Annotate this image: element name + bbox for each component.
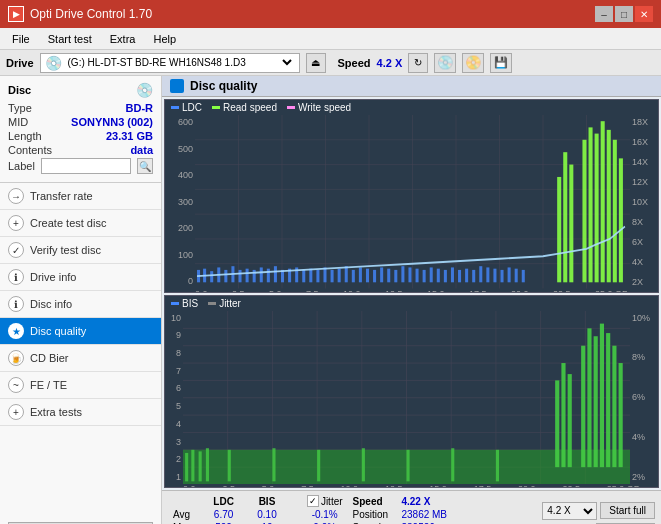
jitter-legend-dot bbox=[208, 302, 216, 305]
y-right-18x: 18X bbox=[632, 117, 656, 127]
x-top-2.5: 2.5 bbox=[232, 289, 245, 293]
extra-tests-icon: + bbox=[8, 404, 24, 420]
nav-extra-tests[interactable]: + Extra tests bbox=[0, 399, 161, 426]
nav-fe-te[interactable]: ~ FE / TE bbox=[0, 372, 161, 399]
read-speed-legend-dot bbox=[212, 106, 220, 109]
close-button[interactable]: ✕ bbox=[635, 6, 653, 22]
nav-disc-quality[interactable]: ★ Disc quality bbox=[0, 318, 161, 345]
y-right-8x: 8X bbox=[632, 217, 656, 227]
nav-cd-bier[interactable]: 🍺 CD Bier bbox=[0, 345, 161, 372]
y-top-200: 200 bbox=[167, 223, 193, 233]
stats-table: LDC BIS ✓ Jitter Speed 4.22 X A bbox=[168, 494, 452, 524]
save-button[interactable]: 💾 bbox=[490, 53, 512, 73]
write-speed-legend-dot bbox=[287, 106, 295, 109]
y-top-300: 300 bbox=[167, 197, 193, 207]
menu-start-test[interactable]: Start test bbox=[40, 31, 100, 47]
svg-rect-94 bbox=[206, 448, 209, 481]
svg-rect-46 bbox=[416, 269, 419, 283]
maximize-button[interactable]: □ bbox=[615, 6, 633, 22]
svg-rect-55 bbox=[479, 266, 482, 282]
svg-rect-60 bbox=[515, 269, 518, 283]
disc-button2[interactable]: 📀 bbox=[462, 53, 484, 73]
svg-rect-59 bbox=[508, 267, 511, 282]
jitter-legend-label: Jitter bbox=[219, 298, 241, 309]
ldc-col-header: LDC bbox=[199, 494, 248, 508]
avg-jitter: -0.1% bbox=[302, 508, 348, 521]
nav-transfer-rate[interactable]: → Transfer rate bbox=[0, 183, 161, 210]
svg-rect-61 bbox=[522, 270, 525, 282]
svg-rect-91 bbox=[185, 452, 188, 480]
nav-disc-info-label: Disc info bbox=[30, 298, 72, 310]
speed-refresh-button[interactable]: ↻ bbox=[408, 53, 428, 73]
minimize-button[interactable]: – bbox=[595, 6, 613, 22]
svg-rect-65 bbox=[582, 140, 586, 283]
bis-legend-dot bbox=[171, 302, 179, 305]
y-right-16x: 16X bbox=[632, 137, 656, 147]
menu-extra[interactable]: Extra bbox=[102, 31, 144, 47]
svg-rect-26 bbox=[274, 266, 277, 282]
bottom-chart-svg bbox=[183, 311, 630, 485]
y-right-4x: 4X bbox=[632, 257, 656, 267]
nav-verify-test-disc-label: Verify test disc bbox=[30, 244, 101, 256]
drive-select[interactable]: (G:) HL-DT-ST BD-RE WH16NS48 1.D3 bbox=[64, 56, 295, 69]
nav-drive-info[interactable]: ℹ Drive info bbox=[0, 264, 161, 291]
y-top-400: 400 bbox=[167, 170, 193, 180]
drive-label: Drive bbox=[6, 57, 34, 69]
svg-rect-17 bbox=[210, 271, 213, 282]
nav-create-test-disc[interactable]: + Create test disc bbox=[0, 210, 161, 237]
svg-rect-111 bbox=[619, 363, 623, 467]
svg-rect-103 bbox=[561, 363, 565, 467]
x-top-10: 10.0 bbox=[343, 289, 361, 293]
x-top-22.5: 22.5 bbox=[553, 289, 571, 293]
svg-rect-32 bbox=[316, 270, 319, 282]
top-chart-container: LDC Read speed Write speed 600 bbox=[164, 99, 659, 293]
svg-rect-98 bbox=[362, 448, 365, 481]
label-icon-button[interactable]: 🔍 bbox=[137, 158, 153, 174]
svg-rect-99 bbox=[407, 449, 410, 481]
speed-value: 4.2 X bbox=[377, 57, 403, 69]
menu-bar: File Start test Extra Help bbox=[0, 28, 661, 50]
action-buttons-area: 4.2 X Start full Start part bbox=[542, 502, 655, 525]
y-right-12x: 12X bbox=[632, 177, 656, 187]
speed-col-value: 4.22 X bbox=[401, 496, 430, 507]
x-top-15: 15.0 bbox=[427, 289, 445, 293]
speed-label: Speed bbox=[338, 57, 371, 69]
eject-button[interactable]: ⏏ bbox=[306, 53, 326, 73]
svg-rect-41 bbox=[380, 267, 383, 282]
top-chart-svg bbox=[195, 115, 630, 289]
drive-icon: 💿 bbox=[45, 55, 62, 71]
svg-rect-49 bbox=[437, 269, 440, 283]
nav-list: → Transfer rate + Create test disc ✓ Ver… bbox=[0, 183, 161, 426]
svg-rect-48 bbox=[430, 267, 433, 282]
svg-rect-57 bbox=[493, 269, 496, 283]
svg-rect-97 bbox=[317, 449, 320, 481]
menu-help[interactable]: Help bbox=[145, 31, 184, 47]
disc-button1[interactable]: 💿 bbox=[434, 53, 456, 73]
x-top-7.5: 7.5 bbox=[306, 289, 319, 293]
svg-rect-50 bbox=[444, 270, 447, 282]
jitter-checkbox[interactable]: ✓ bbox=[307, 495, 319, 507]
menu-file[interactable]: File bbox=[4, 31, 38, 47]
y-right-10x: 10X bbox=[632, 197, 656, 207]
nav-verify-test-disc[interactable]: ✓ Verify test disc bbox=[0, 237, 161, 264]
bottom-chart-container: BIS Jitter 10 9 8 7 6 5 bbox=[164, 295, 659, 489]
svg-rect-63 bbox=[563, 152, 567, 282]
nav-disc-info[interactable]: ℹ Disc info bbox=[0, 291, 161, 318]
svg-rect-47 bbox=[423, 270, 426, 282]
title-controls: – □ ✕ bbox=[595, 6, 653, 22]
avg-row-label: Avg bbox=[168, 508, 199, 521]
svg-rect-93 bbox=[199, 451, 202, 481]
svg-rect-109 bbox=[606, 333, 610, 467]
svg-rect-62 bbox=[557, 177, 561, 282]
label-input[interactable] bbox=[41, 158, 131, 174]
app-title: Opti Drive Control 1.70 bbox=[30, 7, 152, 21]
y-right-6x: 6X bbox=[632, 237, 656, 247]
svg-rect-42 bbox=[387, 269, 390, 283]
start-full-button[interactable]: Start full bbox=[600, 502, 655, 519]
app-icon: ▶ bbox=[8, 6, 24, 22]
svg-rect-69 bbox=[607, 130, 611, 282]
svg-rect-106 bbox=[587, 328, 591, 467]
bis-legend-label: BIS bbox=[182, 298, 198, 309]
speed-dropdown[interactable]: 4.2 X bbox=[542, 502, 597, 520]
svg-rect-96 bbox=[272, 448, 275, 481]
